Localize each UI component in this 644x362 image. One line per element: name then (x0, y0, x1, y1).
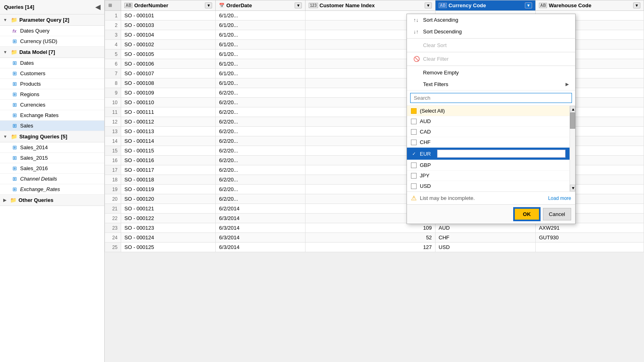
filter-list-item-cad[interactable]: CAD (407, 127, 570, 137)
cell-warehouse: AXW291 (535, 223, 644, 233)
sidebar-group-header-parameter-query[interactable]: ▼ 📁 Parameter Query [2] (0, 14, 104, 26)
cell-order-date: 6/2/20... (216, 165, 305, 175)
cell-rownum: 2 (105, 21, 121, 30)
sidebar-item-products[interactable]: ⊞ Products (0, 79, 104, 89)
sidebar-item-sales[interactable]: ⊞ Sales (0, 121, 104, 131)
cell-order-date: 6/2/20... (216, 146, 305, 156)
cell-rownum: 20 (105, 194, 121, 204)
scrollbar-thumb[interactable] (570, 113, 575, 129)
sidebar-item-customers[interactable]: ⊞ Customers (0, 68, 104, 79)
sidebar-item-sales-2016[interactable]: ⊞ Sales_2016 (0, 163, 104, 174)
checkbox-cad[interactable] (411, 129, 417, 135)
checkbox-aud[interactable] (411, 119, 417, 124)
sidebar-item-sales-2014[interactable]: ⊞ Sales_2014 (0, 142, 104, 153)
sidebar-group-header-staging-queries[interactable]: ▼ 📁 Staging Queries [5] (0, 131, 104, 142)
cell-order-date: 6/2/20... (216, 156, 305, 165)
sidebar-item-label-customers: Customers (20, 70, 45, 76)
filter-list-item-select-all[interactable]: (Select All) (407, 106, 570, 116)
sidebar-item-regions[interactable]: ⊞ Regions (0, 89, 104, 100)
cell-rownum: 9 (105, 88, 121, 98)
cell-order-date: 6/1/20... (216, 69, 305, 78)
col-label-customer-name-index: Customer Name Index (320, 2, 375, 8)
filter-list-item-eur[interactable]: ✓ EUR (407, 148, 570, 160)
cell-order-date: 6/2/20... (216, 127, 305, 136)
checkbox-eur[interactable]: ✓ (411, 151, 417, 156)
checkbox-usd[interactable] (411, 183, 417, 189)
func-icon: fx (11, 29, 18, 33)
sidebar-group-parameter-query: ▼ 📁 Parameter Query [2] fx Dates Query ⊞… (0, 14, 104, 47)
text-filters-label: Text Filters (423, 81, 448, 87)
col-header-customer-name-index[interactable]: 123 Customer Name Index ▼ (305, 0, 436, 11)
sidebar-item-channel-details[interactable]: ⊞ Channel Details (0, 174, 104, 184)
cell-order-date: 6/2/20... (216, 175, 305, 185)
cell-cni: 127 (305, 243, 436, 252)
sidebar-group-header-data-model[interactable]: ▼ 📁 Data Model [7] (0, 47, 104, 58)
remove-empty-label: Remove Empty (423, 70, 459, 76)
col-header-order-date[interactable]: 📅 OrderDate ▼ (216, 0, 305, 11)
ok-button[interactable]: OK (514, 208, 540, 220)
cell-rownum: 11 (105, 107, 121, 117)
table-icon-channel-details: ⊞ (11, 176, 18, 182)
sidebar-group-header-other-queries[interactable]: ▶ 📁 Other Queries (0, 195, 104, 206)
col-dropdown-cni[interactable]: ▼ (425, 2, 432, 8)
sidebar-item-label-currency-usd: Currency (USD) (20, 38, 57, 44)
col-dropdown-warehouse-code[interactable]: ▼ (633, 2, 640, 8)
col-header-warehouse-code[interactable]: AB Warehouse Code ▼ (535, 0, 644, 11)
cancel-button[interactable]: Cancel (543, 208, 571, 220)
table-icon-dates: ⊞ (11, 60, 18, 66)
folder-icon-data-model: 📁 (11, 49, 17, 55)
sidebar-collapse-button[interactable]: ◀ (95, 3, 100, 11)
menu-item-sort-ascending[interactable]: ↑↓ Sort Ascending (407, 14, 575, 26)
checkbox-gbp[interactable] (411, 162, 417, 168)
filter-search-input[interactable] (410, 93, 572, 103)
scrollbar-down-arrow[interactable]: ▼ (570, 185, 575, 191)
cell-rownum: 22 (105, 214, 121, 223)
col-dropdown-order-date[interactable]: ▼ (295, 2, 302, 8)
main-content: ⊞ AB OrderNumber ▼ 📅 OrderDate (105, 0, 644, 362)
cell-rownum: 24 (105, 233, 121, 243)
checkbox-select-all[interactable] (411, 108, 417, 114)
sidebar-item-sales-2015[interactable]: ⊞ Sales_2015 (0, 153, 104, 163)
menu-item-remove-empty[interactable]: Remove Empty (407, 67, 575, 78)
col-type-icon-date: 📅 (219, 3, 225, 8)
filter-list-item-jpy[interactable]: JPY (407, 171, 570, 181)
menu-item-sort-descending[interactable]: ↓↑ Sort Descending (407, 26, 575, 37)
sidebar-item-exchange-rates-2[interactable]: ⊞ Exchange_Rates (0, 184, 104, 195)
menu-item-text-filters[interactable]: Text Filters ▶ (407, 78, 575, 90)
sidebar-item-dates[interactable]: ⊞ Dates (0, 58, 104, 68)
col-type-icon-order: AB (124, 3, 132, 8)
cell-order-number: SO - 000117 (121, 165, 216, 175)
sidebar-item-label-sales-2014: Sales_2014 (20, 144, 48, 150)
sidebar-item-exchange-rates[interactable]: ⊞ Exchange Rates (0, 110, 104, 121)
col-dropdown-order-number[interactable]: ▼ (205, 2, 212, 8)
cell-order-date: 6/3/2014 (216, 223, 305, 233)
currency-aud-label: AUD (420, 118, 431, 124)
col-header-order-number[interactable]: AB OrderNumber ▼ (121, 0, 216, 11)
cell-rownum: 25 (105, 243, 121, 252)
filter-list-item-gbp[interactable]: GBP (407, 160, 570, 171)
cell-order-date: 6/1/20... (216, 78, 305, 88)
filter-list-item-aud[interactable]: AUD (407, 116, 570, 127)
col-dropdown-currency-code[interactable]: ▼ (525, 2, 532, 8)
scrollbar-up-arrow[interactable]: ▲ (570, 106, 575, 113)
cell-order-date: 6/2/20... (216, 136, 305, 146)
cell-order-date: 6/1/20... (216, 40, 305, 49)
row-num-icon: ⊞ (108, 3, 112, 8)
col-type-icon-cni: 123 (309, 3, 318, 8)
currency-eur-label: EUR (420, 151, 431, 157)
cell-rownum: 6 (105, 59, 121, 69)
sidebar-item-dates-query[interactable]: fx Dates Query (0, 26, 104, 36)
expand-icon-data-model: ▼ (3, 50, 7, 54)
checkbox-jpy[interactable] (411, 173, 417, 179)
cell-order-date: 6/2/20... (216, 185, 305, 194)
load-more-button[interactable]: Load more (548, 195, 571, 201)
col-header-currency-code[interactable]: AB Currency Code ▼ (435, 0, 535, 11)
checkbox-chf[interactable] (411, 140, 417, 145)
table-icon-regions: ⊞ (11, 91, 18, 97)
filter-list-item-chf[interactable]: CHF (407, 137, 570, 148)
sidebar-item-currency-usd[interactable]: ⊞ Currency (USD) (0, 36, 104, 47)
filter-list-item-usd[interactable]: USD (407, 181, 570, 191)
filter-search-wrap (407, 90, 575, 105)
table-icon-sales-2015: ⊞ (11, 155, 18, 161)
sidebar-item-currencies[interactable]: ⊞ Currencies (0, 100, 104, 110)
